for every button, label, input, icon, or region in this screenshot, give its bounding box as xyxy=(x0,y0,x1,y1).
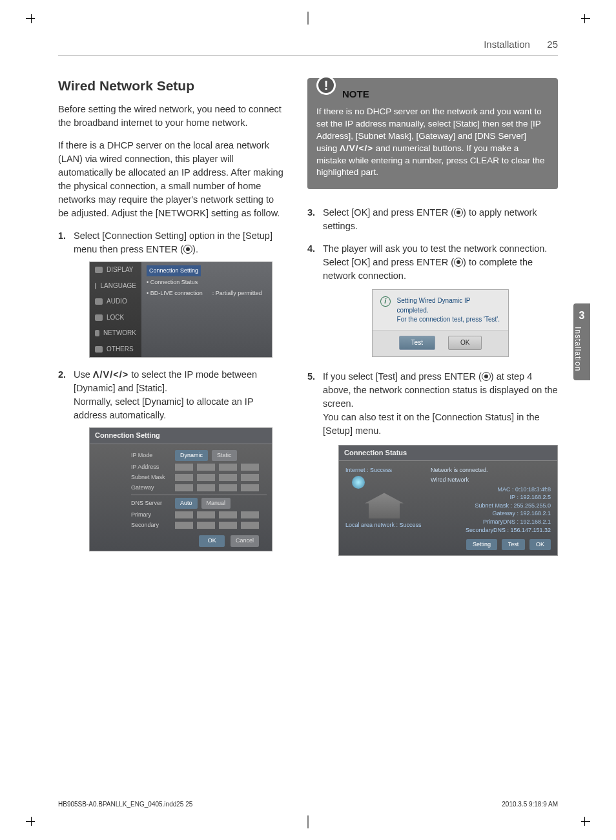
dynamic-button: Dynamic xyxy=(175,450,208,461)
status-title: Connection Status xyxy=(339,446,557,462)
dns-label: DNS Server xyxy=(131,499,171,507)
step-3: Select [OK] and press ENTER () to apply … xyxy=(307,206,558,233)
header-page-number: 25 xyxy=(547,39,558,50)
subnet-label: Subnet Mask xyxy=(131,473,171,482)
step-1: Select [Connection Setting] option in th… xyxy=(58,229,287,358)
connection-status-line: Connection Status xyxy=(150,279,198,285)
test-line-2: For the connection test, press 'Test'. xyxy=(397,315,500,325)
test-dialog-screenshot: i Setting Wired Dynamic IP completed. Fo… xyxy=(372,289,509,357)
gw-value: Gateway : 192.168.2.1 xyxy=(431,509,551,518)
bdlive-value: : Partially permitted xyxy=(212,290,262,296)
right-column: ! NOTE If there is no DHCP server on the… xyxy=(307,78,558,565)
step-2: Use Λ/V/</> to select the IP mode betwee… xyxy=(58,368,287,551)
menu-language: LANGUAGE xyxy=(90,278,141,294)
connection-setting-screenshot: Connection Setting IP Mode Dynamic Stati… xyxy=(89,427,272,551)
network-icon xyxy=(95,330,99,336)
menu-others: OTHERS xyxy=(90,342,141,358)
enter-icon xyxy=(183,245,192,254)
note-title: NOTE xyxy=(342,87,369,101)
info-icon: i xyxy=(380,296,391,307)
steps-list-left: Select [Connection Setting] option in th… xyxy=(58,229,287,551)
ok-button: OK xyxy=(529,539,551,550)
step-3-text-a: Select [OK] and press ENTER ( xyxy=(323,207,454,218)
step-5-text-c: You can also test it on the [Connection … xyxy=(323,412,540,436)
setting-button: Setting xyxy=(466,539,497,550)
ip-value: IP : 192.168.2.5 xyxy=(431,493,551,502)
audio-icon xyxy=(95,298,103,305)
menu-display: DISPLAY xyxy=(90,262,141,278)
globe-icon xyxy=(352,476,365,489)
step-1-text-b: ). xyxy=(192,244,198,254)
language-icon xyxy=(95,283,96,289)
mac-value: MAC : 0:10:18:3:4f:8 xyxy=(431,486,551,494)
auto-button: Auto xyxy=(175,498,198,509)
pdns-value: PrimaryDNS : 192.168.2.1 xyxy=(431,518,551,526)
others-icon xyxy=(95,346,103,353)
page-header: Installation 25 xyxy=(58,39,558,56)
lock-icon xyxy=(95,314,103,321)
step-2-text-a: Use xyxy=(74,369,93,380)
footer-right: 2010.3.5 9:18:9 AM xyxy=(502,801,558,808)
header-section: Installation xyxy=(484,39,530,50)
static-button: Static xyxy=(212,450,237,461)
bdlive-label: BD-LIVE connection xyxy=(150,290,203,296)
steps-list-right: Select [OK] and press ENTER () to apply … xyxy=(307,206,558,556)
intro-para-1: Before setting the wired network, you ne… xyxy=(58,103,287,130)
enter-icon xyxy=(454,258,463,267)
cancel-button: Cancel xyxy=(231,535,259,546)
left-column: Wired Network Setup Before setting the w… xyxy=(58,78,287,565)
ok-button: OK xyxy=(448,336,482,351)
direction-glyph: Λ/V/</> xyxy=(93,369,128,380)
step-5: If you select [Test] and press ENTER () … xyxy=(307,370,558,556)
manual-button: Manual xyxy=(201,498,231,509)
conn-title: Connection Setting xyxy=(90,428,272,444)
enter-icon xyxy=(454,208,463,217)
step-1-text-a: Select [Connection Setting] option in th… xyxy=(74,230,272,254)
lan-status: Local area network : Success xyxy=(345,521,423,529)
test-line-1: Setting Wired Dynamic IP completed. xyxy=(397,296,500,315)
intro-para-2: If there is a DHCP server on the local a… xyxy=(58,139,287,220)
connected-label: Network is connected. xyxy=(431,466,551,475)
side-tab-label: Installation xyxy=(573,327,582,371)
display-icon xyxy=(95,267,103,273)
internet-status: Internet : Success xyxy=(345,466,423,475)
menu-network: NETWORK xyxy=(90,325,141,342)
ipmode-label: IP Mode xyxy=(131,451,171,460)
side-tab: 3 Installation xyxy=(573,303,590,380)
footer-left: HB905SB-A0.BPANLLK_ENG_0405.indd25 25 xyxy=(58,801,192,808)
section-title: Wired Network Setup xyxy=(58,78,287,94)
mask-value: Subnet Mask : 255.255.255.0 xyxy=(431,502,551,510)
primary-label: Primary xyxy=(131,511,171,519)
connection-status-screenshot: Connection Status Internet : Success Loc… xyxy=(338,445,558,557)
ipaddr-label: IP Address xyxy=(131,463,171,471)
note-box: ! NOTE If there is no DHCP server on the… xyxy=(307,78,558,189)
step-5-text-a: If you select [Test] and press ENTER ( xyxy=(323,371,482,382)
house-icon xyxy=(365,493,404,518)
test-button: Test xyxy=(399,336,435,351)
wired-label: Wired Network xyxy=(431,476,551,484)
test-button: Test xyxy=(502,539,526,550)
side-tab-number: 3 xyxy=(573,310,590,322)
menu-audio: AUDIO xyxy=(90,294,141,310)
gateway-label: Gateway xyxy=(131,484,171,492)
direction-glyph: Λ/V/</> xyxy=(340,143,373,153)
connection-setting-selected: Connection Setting xyxy=(147,265,201,276)
note-bang-icon: ! xyxy=(316,76,336,95)
sdns-value: SecondaryDNS : 156.147.151.32 xyxy=(431,526,551,535)
ok-button: OK xyxy=(199,535,225,546)
enter-icon xyxy=(482,372,491,381)
menu-lock: LOCK xyxy=(90,310,141,326)
step-2-text-c: Normally, select [Dynamic] to allocate a… xyxy=(74,396,253,420)
setup-menu-screenshot: DISPLAY LANGUAGE AUDIO LOCK NETWORK OTHE… xyxy=(89,261,272,358)
step-4: The player will ask you to test the netw… xyxy=(307,242,558,357)
secondary-label: Secondary xyxy=(131,521,171,529)
page-footer: HB905SB-A0.BPANLLK_ENG_0405.indd25 25 20… xyxy=(58,801,558,808)
